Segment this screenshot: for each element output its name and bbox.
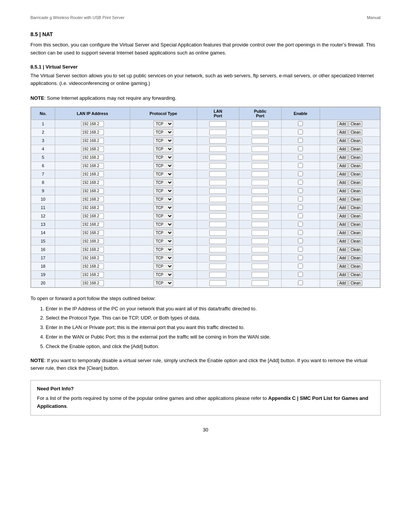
protocol-select[interactable]: TCPUDPBoth — [153, 246, 173, 253]
lan-port-input[interactable] — [209, 238, 226, 244]
cell-enable[interactable] — [281, 228, 320, 237]
lan-port-input[interactable] — [209, 205, 226, 211]
cell-protocol[interactable]: TCPUDPBoth — [130, 220, 197, 228]
cell-public-port[interactable] — [239, 170, 281, 178]
cell-ip[interactable] — [55, 270, 130, 279]
protocol-select[interactable]: TCPUDPBoth — [153, 163, 173, 169]
public-port-input[interactable] — [252, 121, 269, 127]
enable-checkbox[interactable] — [298, 238, 303, 243]
protocol-select[interactable]: TCPUDPBoth — [153, 121, 173, 127]
protocol-select[interactable]: TCPUDPBoth — [153, 263, 173, 270]
cell-public-port[interactable] — [239, 254, 281, 262]
lan-port-input[interactable] — [209, 213, 226, 219]
cell-lan-port[interactable] — [197, 237, 239, 245]
clean-button[interactable]: Clean — [349, 230, 362, 236]
cell-public-port[interactable] — [239, 212, 281, 220]
cell-actions[interactable]: AddClean — [320, 187, 380, 195]
protocol-select[interactable]: TCPUDPBoth — [153, 221, 173, 228]
cell-public-port[interactable] — [239, 136, 281, 145]
cell-lan-port[interactable] — [197, 262, 239, 270]
cell-enable[interactable] — [281, 153, 320, 161]
add-button[interactable]: Add — [337, 213, 348, 219]
clean-button[interactable]: Clean — [349, 121, 362, 127]
cell-protocol[interactable]: TCPUDPBoth — [130, 195, 197, 203]
cell-protocol[interactable]: TCPUDPBoth — [130, 153, 197, 161]
cell-enable[interactable] — [281, 237, 320, 245]
cell-ip[interactable] — [55, 178, 130, 187]
ip-input[interactable] — [81, 138, 104, 144]
clean-button[interactable]: Clean — [349, 171, 362, 177]
clean-button[interactable]: Clean — [349, 247, 362, 252]
cell-actions[interactable]: AddClean — [320, 170, 380, 178]
cell-lan-port[interactable] — [197, 187, 239, 195]
cell-lan-port[interactable] — [197, 136, 239, 145]
cell-ip[interactable] — [55, 128, 130, 136]
cell-public-port[interactable] — [239, 128, 281, 136]
cell-ip[interactable] — [55, 161, 130, 170]
cell-protocol[interactable]: TCPUDPBoth — [130, 237, 197, 245]
protocol-select[interactable]: TCPUDPBoth — [153, 188, 173, 194]
cell-actions[interactable]: AddClean — [320, 120, 380, 128]
cell-ip[interactable] — [55, 153, 130, 161]
lan-port-input[interactable] — [209, 222, 226, 227]
add-button[interactable]: Add — [337, 264, 348, 269]
cell-protocol[interactable]: TCPUDPBoth — [130, 254, 197, 262]
enable-checkbox[interactable] — [298, 222, 303, 227]
public-port-input[interactable] — [252, 205, 269, 211]
cell-enable[interactable] — [281, 254, 320, 262]
clean-button[interactable]: Clean — [349, 155, 362, 160]
cell-protocol[interactable]: TCPUDPBoth — [130, 178, 197, 187]
clean-button[interactable]: Clean — [349, 272, 362, 278]
add-button[interactable]: Add — [337, 180, 348, 185]
ip-input[interactable] — [81, 197, 104, 202]
cell-lan-port[interactable] — [197, 279, 239, 287]
cell-lan-port[interactable] — [197, 254, 239, 262]
cell-actions[interactable]: AddClean — [320, 237, 380, 245]
cell-protocol[interactable]: TCPUDPBoth — [130, 203, 197, 212]
public-port-input[interactable] — [252, 247, 269, 252]
ip-input[interactable] — [81, 222, 104, 227]
cell-lan-port[interactable] — [197, 153, 239, 161]
protocol-select[interactable]: TCPUDPBoth — [153, 154, 173, 161]
lan-port-input[interactable] — [209, 163, 226, 169]
cell-actions[interactable]: AddClean — [320, 153, 380, 161]
public-port-input[interactable] — [252, 230, 269, 236]
add-button[interactable]: Add — [337, 129, 348, 135]
clean-button[interactable]: Clean — [349, 146, 362, 152]
ip-input[interactable] — [81, 180, 104, 185]
cell-public-port[interactable] — [239, 220, 281, 228]
enable-checkbox[interactable] — [298, 272, 303, 277]
cell-public-port[interactable] — [239, 178, 281, 187]
add-button[interactable]: Add — [337, 205, 348, 211]
cell-lan-port[interactable] — [197, 195, 239, 203]
cell-lan-port[interactable] — [197, 145, 239, 153]
cell-enable[interactable] — [281, 136, 320, 145]
add-button[interactable]: Add — [337, 121, 348, 127]
cell-lan-port[interactable] — [197, 128, 239, 136]
cell-actions[interactable]: AddClean — [320, 279, 380, 287]
protocol-select[interactable]: TCPUDPBoth — [153, 171, 173, 177]
ip-input[interactable] — [81, 280, 104, 286]
clean-button[interactable]: Clean — [349, 163, 362, 169]
add-button[interactable]: Add — [337, 146, 348, 152]
ip-input[interactable] — [81, 146, 104, 152]
cell-ip[interactable] — [55, 203, 130, 212]
cell-actions[interactable]: AddClean — [320, 136, 380, 145]
cell-actions[interactable]: AddClean — [320, 270, 380, 279]
cell-protocol[interactable]: TCPUDPBoth — [130, 170, 197, 178]
lan-port-input[interactable] — [209, 188, 226, 194]
cell-protocol[interactable]: TCPUDPBoth — [130, 262, 197, 270]
add-button[interactable]: Add — [337, 272, 348, 278]
add-button[interactable]: Add — [337, 155, 348, 160]
lan-port-input[interactable] — [209, 255, 226, 261]
clean-button[interactable]: Clean — [349, 264, 362, 269]
cell-public-port[interactable] — [239, 270, 281, 279]
cell-protocol[interactable]: TCPUDPBoth — [130, 270, 197, 279]
cell-lan-port[interactable] — [197, 228, 239, 237]
lan-port-input[interactable] — [209, 146, 226, 152]
cell-public-port[interactable] — [239, 161, 281, 170]
ip-input[interactable] — [81, 129, 104, 135]
lan-port-input[interactable] — [209, 247, 226, 252]
cell-lan-port[interactable] — [197, 220, 239, 228]
cell-actions[interactable]: AddClean — [320, 128, 380, 136]
